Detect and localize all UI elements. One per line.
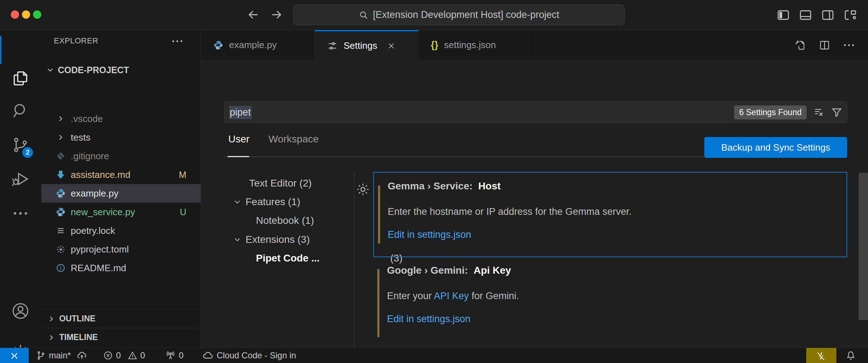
file-row-example-py[interactable]: example.py bbox=[41, 184, 201, 203]
outline-section-header[interactable]: OUTLINE bbox=[41, 309, 201, 328]
editor-group: example.py Settings {} settings.json bbox=[201, 30, 868, 348]
setting-name: Host bbox=[478, 180, 500, 192]
setting-description: Enter your API Key for Gemini. bbox=[387, 291, 519, 302]
traffic-light-zoom[interactable] bbox=[33, 10, 41, 19]
close-icon[interactable] bbox=[387, 41, 396, 51]
notifications-bell-icon[interactable] bbox=[840, 348, 862, 363]
tab-bar-actions bbox=[536, 30, 868, 60]
forward-arrow-icon[interactable] bbox=[269, 8, 284, 22]
lightning-off-icon bbox=[816, 350, 827, 361]
activity-bar: 2 1 bbox=[0, 30, 41, 348]
api-key-link[interactable]: API Key bbox=[434, 291, 469, 301]
tab-settings-json[interactable]: {} settings.json bbox=[419, 30, 536, 60]
remote-indicator[interactable] bbox=[0, 348, 29, 363]
toc-label: Pipet Code ... bbox=[256, 253, 319, 264]
more-actions-icon[interactable] bbox=[843, 41, 855, 50]
traffic-light-close[interactable] bbox=[11, 10, 19, 19]
file-row-assistance-md[interactable]: assistance.md M bbox=[41, 165, 201, 184]
setting-category: Gemma › Service: bbox=[388, 180, 473, 192]
file-label: pyproject.toml bbox=[71, 244, 129, 255]
explorer-icon[interactable] bbox=[8, 66, 33, 91]
scrollbar-thumb[interactable] bbox=[859, 173, 868, 320]
file-label: .vscode bbox=[71, 113, 103, 124]
tree-root-code-project[interactable]: CODE-PROJECT bbox=[41, 62, 201, 78]
backup-sync-settings-button[interactable]: Backup and Sync Settings bbox=[704, 137, 847, 158]
setting-actions-gear-icon[interactable] bbox=[355, 182, 370, 197]
run-and-debug-icon[interactable] bbox=[8, 166, 33, 192]
python-icon bbox=[55, 188, 66, 198]
filter-icon[interactable] bbox=[831, 107, 843, 118]
customize-layout-icon[interactable] bbox=[844, 8, 857, 22]
info-icon bbox=[55, 263, 66, 273]
error-count: 0 bbox=[116, 350, 121, 360]
ports-count: 0 bbox=[179, 350, 183, 360]
warning-icon bbox=[127, 350, 137, 360]
setting-category: Google › Gemini: bbox=[387, 265, 468, 276]
timeline-section-header[interactable]: TIMELINE bbox=[41, 328, 201, 346]
toggle-panel-icon[interactable] bbox=[799, 8, 812, 22]
modified-indicator bbox=[378, 185, 380, 244]
toc-item-pipet-code[interactable]: Pipet Code ... (3) bbox=[256, 251, 356, 265]
file-row-readme-md[interactable]: README.md bbox=[41, 259, 201, 277]
file-row-tests[interactable]: tests bbox=[41, 128, 201, 147]
tab-example-py[interactable]: example.py bbox=[201, 30, 315, 60]
scope-tab-user[interactable]: User bbox=[228, 133, 249, 145]
toc-label: Notebook (1) bbox=[256, 215, 314, 226]
back-arrow-icon[interactable] bbox=[246, 8, 261, 22]
branch-label: main* bbox=[49, 350, 71, 360]
edit-in-settings-json-link[interactable]: Edit in settings.json bbox=[387, 314, 471, 325]
settings-editor: pipet 6 Settings Found User Workspace Ba… bbox=[201, 60, 868, 348]
error-icon bbox=[103, 350, 113, 360]
open-settings-json-icon[interactable] bbox=[794, 39, 806, 51]
clear-search-icon[interactable] bbox=[813, 107, 825, 118]
split-editor-icon[interactable] bbox=[818, 39, 831, 51]
file-label: assistance.md bbox=[71, 169, 130, 180]
edit-in-settings-json-link[interactable]: Edit in settings.json bbox=[388, 229, 471, 240]
more-views-icon[interactable] bbox=[8, 201, 33, 226]
problems-status-item[interactable]: 0 0 bbox=[103, 350, 145, 360]
toc-item-features[interactable]: Features (1) bbox=[233, 195, 300, 209]
setting-item-gemma-service-host[interactable]: Gemma › Service: Host Enter the hostname… bbox=[373, 172, 847, 257]
toc-label: Text Editor (2) bbox=[249, 178, 312, 189]
toc-item-extensions[interactable]: Extensions (3) bbox=[233, 233, 310, 246]
toggle-primary-sidebar-icon[interactable] bbox=[776, 8, 790, 22]
chevron-down-icon bbox=[46, 65, 55, 75]
cloud-code-status-item[interactable]: Cloud Code - Sign in bbox=[202, 350, 296, 361]
ports-status-item[interactable]: 0 bbox=[165, 350, 183, 361]
branch-status-item[interactable]: main* bbox=[36, 350, 87, 361]
chevron-right-icon bbox=[47, 315, 56, 323]
lightning-off-status-item[interactable] bbox=[806, 348, 836, 363]
radio-tower-icon bbox=[165, 350, 176, 361]
tab-settings[interactable]: Settings bbox=[315, 30, 419, 60]
toc-item-text-editor[interactable]: Text Editor (2) bbox=[249, 176, 312, 190]
sidebar-more-actions-icon[interactable] bbox=[171, 37, 183, 46]
setting-item-google-gemini-text-model[interactable]: Google › Gemini: Text Model bbox=[373, 345, 847, 348]
accounts-icon[interactable] bbox=[8, 298, 33, 324]
file-row-poetry-lock[interactable]: poetry.lock bbox=[41, 221, 201, 240]
scope-tab-workspace[interactable]: Workspace bbox=[269, 133, 319, 145]
file-row-vscode[interactable]: .vscode bbox=[41, 109, 201, 128]
traffic-light-minimize[interactable] bbox=[22, 10, 30, 19]
git-branch-icon bbox=[36, 350, 46, 360]
file-label: poetry.lock bbox=[71, 225, 115, 236]
toggle-secondary-sidebar-icon[interactable] bbox=[821, 8, 835, 22]
file-label: example.py bbox=[71, 188, 118, 199]
file-label: README.md bbox=[71, 263, 126, 274]
window-title: [Extension Development Host] code-projec… bbox=[373, 9, 559, 20]
toc-separator bbox=[354, 171, 355, 348]
file-label: tests bbox=[71, 132, 90, 143]
toc-label: Features (1) bbox=[246, 196, 300, 208]
file-row-gitignore[interactable]: .gitignore bbox=[41, 147, 201, 165]
setting-item-google-gemini-api-key[interactable]: Google › Gemini: Api Key Enter your API … bbox=[373, 260, 847, 348]
search-icon bbox=[359, 10, 369, 20]
file-row-pyproject-toml[interactable]: pyproject.toml bbox=[41, 240, 201, 259]
tab-label: Settings bbox=[344, 40, 377, 51]
settings-search-input[interactable]: pipet 6 Settings Found bbox=[224, 102, 847, 123]
search-view-icon[interactable] bbox=[8, 98, 33, 123]
toc-item-notebook[interactable]: Notebook (1) bbox=[256, 214, 314, 227]
root-folder-label: CODE-PROJECT bbox=[58, 65, 129, 75]
file-row-new-service-py[interactable]: new_service.py U bbox=[41, 203, 201, 221]
python-icon bbox=[213, 40, 223, 50]
description-text: for Gemini. bbox=[469, 291, 519, 301]
command-center[interactable]: [Extension Development Host] code-projec… bbox=[293, 5, 625, 25]
